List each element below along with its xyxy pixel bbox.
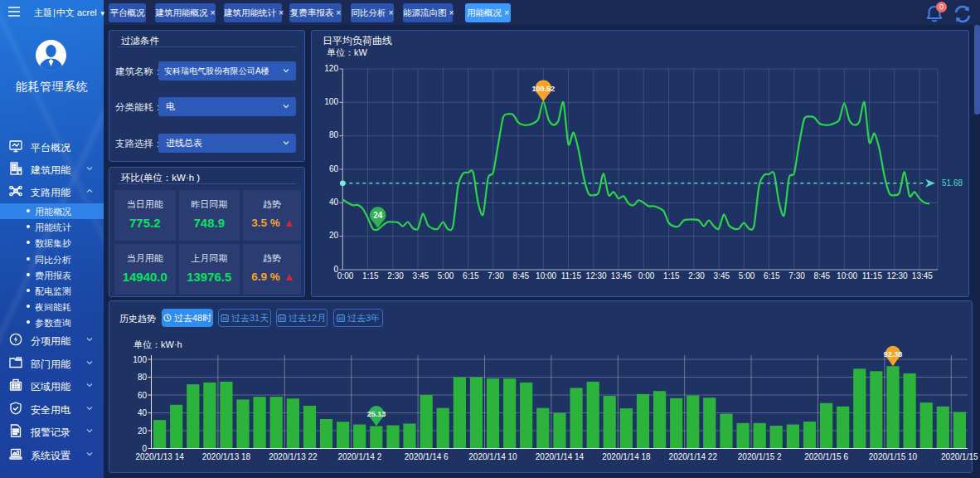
svg-text:25.13: 25.13 <box>367 410 386 418</box>
svg-text:100: 100 <box>133 355 147 364</box>
svg-text:2020/1/15 6: 2020/1/15 6 <box>804 452 848 461</box>
svg-text:2020/1/13 22: 2020/1/13 22 <box>269 452 318 461</box>
svg-text:2020/1/13 14: 2020/1/13 14 <box>135 452 184 461</box>
svg-text:40: 40 <box>138 408 148 417</box>
svg-text:2020/1/14 2: 2020/1/14 2 <box>337 452 381 461</box>
svg-text:2020/1/14 14: 2020/1/14 14 <box>536 452 585 461</box>
svg-text:2020/1/13 18: 2020/1/13 18 <box>202 452 251 461</box>
svg-text:2020/1/15 10: 2020/1/15 10 <box>869 452 918 461</box>
svg-text:92.38: 92.38 <box>884 350 903 358</box>
svg-text:2020/1/15 2: 2020/1/15 2 <box>738 452 782 461</box>
svg-text:2020/1/15: 2020/1/15 <box>941 452 978 461</box>
svg-text:2020/1/14 6: 2020/1/14 6 <box>405 452 449 461</box>
svg-text:60: 60 <box>138 391 148 400</box>
svg-text:2020/1/14 22: 2020/1/14 22 <box>669 452 718 461</box>
svg-text:2020/1/14 18: 2020/1/14 18 <box>602 452 651 461</box>
svg-text:80: 80 <box>138 373 148 382</box>
svg-text:20: 20 <box>138 427 148 436</box>
svg-text:2020/1/14 10: 2020/1/14 10 <box>468 452 517 461</box>
